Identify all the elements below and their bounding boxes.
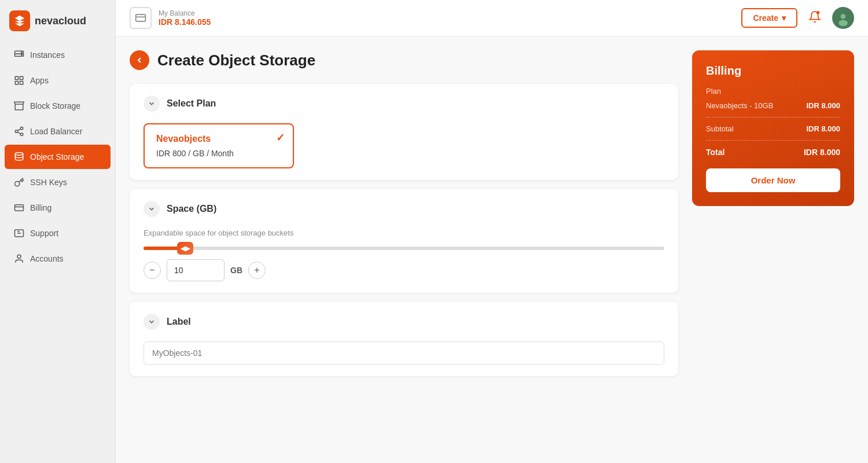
sidebar-item-accounts[interactable]: Accounts (5, 247, 111, 271)
billing-subtotal-label: Subtotal (706, 124, 734, 133)
sidebar-item-load-balancer-label: Load Balancer (30, 127, 82, 136)
label-section-header: Label (144, 314, 664, 330)
plan-options: ✓ Nevaobjects IDR 800 / GB / Month (144, 123, 664, 168)
page-header: Create Object Storage (130, 50, 678, 70)
create-button[interactable]: Create ▾ (741, 8, 797, 28)
page-content: Create Object Storage Select Plan ✓ Neva… (116, 36, 868, 463)
sidebar-item-accounts-label: Accounts (30, 254, 64, 263)
plan-card-nevaobjects[interactable]: ✓ Nevaobjects IDR 800 / GB / Month (144, 123, 294, 168)
balance-icon (130, 7, 152, 29)
logo-area: nevacloud (0, 0, 115, 42)
billing-plan-label: Plan (706, 87, 840, 95)
svg-point-10 (20, 133, 23, 136)
svg-rect-7 (20, 82, 23, 84)
chevron-down-icon: ▾ (782, 13, 786, 23)
billing-panel: Billing Plan Nevaobjects - 10GB IDR 8.00… (692, 50, 854, 449)
label-title: Label (167, 317, 191, 327)
quantity-increase-button[interactable]: + (248, 262, 266, 279)
svg-line-12 (17, 129, 20, 131)
label-input[interactable] (144, 341, 664, 365)
select-plan-header: Select Plan (144, 95, 664, 112)
sidebar-item-object-storage-label: Object Storage (30, 152, 84, 161)
svg-point-8 (20, 127, 23, 130)
billing-card: Billing Plan Nevaobjects - 10GB IDR 8.00… (692, 50, 854, 206)
sidebar-item-block-storage-label: Block Storage (30, 101, 80, 111)
back-button[interactable] (130, 50, 149, 70)
plan-name: Nevaobjects (156, 134, 281, 144)
sidebar-item-billing[interactable]: Billing (5, 196, 111, 220)
label-section: Label (130, 302, 678, 376)
sidebar-item-load-balancer[interactable]: Load Balancer (5, 119, 111, 144)
logo-text: nevacloud (35, 15, 86, 27)
label-toggle[interactable] (144, 314, 160, 330)
svg-rect-5 (20, 76, 23, 79)
header-right: Create ▾ (741, 7, 854, 29)
sidebar-item-block-storage[interactable]: Block Storage (5, 94, 111, 118)
grid-icon (14, 75, 24, 86)
header: My Balance IDR 8.146.055 Create ▾ (116, 0, 868, 36)
svg-point-3 (21, 54, 23, 56)
billing-title: Billing (706, 64, 840, 78)
plan-price: IDR 800 / GB / Month (156, 149, 281, 158)
sidebar-nav: Instances Apps Block Storage Load Balanc… (0, 42, 115, 272)
billing-divider-1 (706, 117, 840, 117)
balance-amount: IDR 8.146.055 (159, 17, 211, 27)
svg-point-17 (17, 255, 21, 258)
left-panel: Create Object Storage Select Plan ✓ Neva… (130, 50, 678, 449)
sidebar-item-instances-label: Instances (30, 50, 65, 60)
storage-icon (14, 152, 24, 162)
select-plan-toggle[interactable] (144, 95, 160, 112)
quantity-input[interactable] (167, 259, 225, 281)
sidebar-item-object-storage[interactable]: Object Storage (5, 145, 111, 169)
billing-divider-2 (706, 140, 840, 141)
sidebar-item-instances[interactable]: Instances (5, 43, 111, 67)
select-plan-section: Select Plan ✓ Nevaobjects IDR 800 / GB /… (130, 84, 678, 180)
billing-subtotal-value: IDR 8.000 (806, 124, 840, 133)
logo-icon (9, 10, 30, 31)
sidebar-item-support[interactable]: Support (5, 221, 111, 245)
billing-total-label: Total (706, 148, 724, 157)
svg-point-2 (21, 52, 23, 53)
sidebar-item-apps[interactable]: Apps (5, 68, 111, 93)
sidebar-item-support-label: Support (30, 229, 58, 238)
billing-subtotal-row: Subtotal IDR 8.000 (706, 124, 840, 133)
svg-rect-18 (136, 14, 146, 21)
box-icon (14, 101, 24, 111)
order-now-button[interactable]: Order Now (706, 168, 840, 192)
billing-plan-row: Nevaobjects - 10GB IDR 8.000 (706, 101, 840, 110)
svg-rect-4 (15, 76, 18, 79)
space-description: Expandable space for object storage buck… (144, 229, 664, 237)
share-icon (14, 126, 24, 137)
sidebar-item-apps-label: Apps (30, 76, 49, 85)
balance-info: My Balance IDR 8.146.055 (159, 9, 211, 27)
balance-label: My Balance (159, 9, 211, 17)
select-plan-title: Select Plan (167, 98, 216, 109)
space-title: Space (GB) (167, 204, 216, 214)
sidebar-item-ssh-keys-label: SSH Keys (30, 178, 67, 187)
key-icon (14, 177, 24, 188)
svg-point-13 (15, 153, 23, 156)
billing-plan-item-value: IDR 8.000 (806, 101, 840, 110)
sidebar-item-ssh-keys[interactable]: SSH Keys (5, 170, 111, 194)
support-icon (14, 228, 24, 238)
svg-rect-14 (15, 205, 24, 211)
space-toggle[interactable] (144, 201, 160, 217)
slider-handle[interactable]: ◀▶ (177, 242, 193, 255)
svg-point-20 (816, 10, 820, 14)
balance-area: My Balance IDR 8.146.055 (130, 7, 211, 29)
quantity-decrease-button[interactable]: − (144, 262, 161, 279)
main-area: My Balance IDR 8.146.055 Create ▾ (116, 0, 868, 463)
svg-line-11 (17, 132, 20, 134)
billing-icon (14, 203, 24, 213)
avatar[interactable] (832, 7, 854, 29)
space-section-header: Space (GB) (144, 201, 664, 217)
billing-total-value: IDR 8.000 (804, 148, 840, 157)
svg-point-22 (841, 14, 846, 19)
user-icon (14, 253, 24, 264)
svg-rect-6 (15, 82, 18, 84)
sidebar: nevacloud Instances Apps Block Storage (0, 0, 116, 463)
sidebar-item-billing-label: Billing (30, 203, 52, 212)
plan-check-icon: ✓ (276, 131, 285, 144)
page-title: Create Object Storage (157, 52, 315, 69)
notification-button[interactable] (804, 8, 825, 28)
